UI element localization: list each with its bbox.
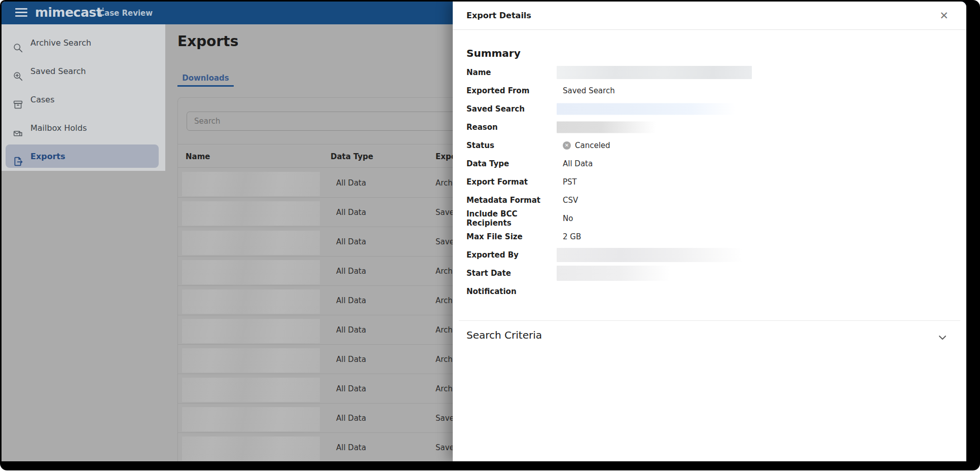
field-row-data-type: Data TypeAll Data xyxy=(466,155,956,173)
field-value: 2 GB xyxy=(563,232,581,241)
sidebar-item-label: Archive Search xyxy=(30,38,91,48)
field-label: Export Format xyxy=(466,177,560,187)
sidebar-item-exports[interactable]: Exports xyxy=(6,144,159,168)
search-input[interactable] xyxy=(187,112,470,131)
export-details-panel: Export Details ✕ Summary NameExported Fr… xyxy=(453,2,966,461)
field-label: Status xyxy=(466,141,560,150)
data-type-cell: All Data xyxy=(336,257,366,286)
field-label: Exported By xyxy=(466,250,560,260)
search-criteria-heading: Search Criteria xyxy=(466,329,542,341)
app-screen: mimecast' Case Review Archive SearchSave… xyxy=(2,2,966,461)
redacted-name-cell xyxy=(182,407,320,431)
redacted-name-cell xyxy=(182,348,320,373)
sidebar-item-mailbox-holds[interactable]: Mailbox Holds xyxy=(6,116,159,139)
data-type-cell: All Data xyxy=(336,227,366,257)
redacted-name-cell xyxy=(182,260,320,284)
field-label: Data Type xyxy=(466,159,560,168)
field-row-max-file-size: Max File Size2 GB xyxy=(466,228,956,246)
sidebar-item-saved-search[interactable]: Saved Search xyxy=(6,59,159,83)
active-tab-indicator xyxy=(177,85,234,87)
data-type-cell: All Data xyxy=(336,374,366,404)
field-label: Start Date xyxy=(466,269,560,278)
field-row-reason: Reason xyxy=(466,118,956,136)
data-type-cell: All Data xyxy=(336,198,366,227)
field-row-status: Status✕Canceled xyxy=(466,136,956,155)
redacted-name-cell xyxy=(182,378,320,402)
sidebar-item-label: Exports xyxy=(30,152,65,161)
mimecast-logo: mimecast' xyxy=(35,5,103,20)
summary-heading: Summary xyxy=(466,47,521,59)
summary-fields: NameExported FromSaved SearchSaved Searc… xyxy=(466,63,956,301)
panel-title: Export Details xyxy=(466,11,531,20)
field-value: PST xyxy=(563,177,577,187)
sidebar-item-label: Mailbox Holds xyxy=(30,123,87,133)
close-icon[interactable]: ✕ xyxy=(937,9,951,23)
field-value: No xyxy=(563,214,573,223)
hamburger-menu-icon[interactable] xyxy=(15,8,27,18)
field-label: Reason xyxy=(466,123,560,132)
window-frame: mimecast' Case Review Archive SearchSave… xyxy=(0,0,980,470)
field-label: Metadata Format xyxy=(466,196,560,205)
redacted-name-cell xyxy=(182,319,320,343)
column-header-name[interactable]: Name xyxy=(186,144,210,168)
field-row-notification: Notification xyxy=(466,282,956,301)
field-label: Max File Size xyxy=(466,232,560,241)
redacted-name-cell xyxy=(182,172,320,196)
data-type-cell: All Data xyxy=(336,286,366,315)
field-label: Include BCC Recipients xyxy=(466,209,560,228)
redacted-name-cell xyxy=(182,289,320,314)
data-type-cell: All Data xyxy=(336,168,366,198)
sidebar-item-label: Cases xyxy=(30,95,55,104)
field-value: CSV xyxy=(563,196,578,205)
field-value: All Data xyxy=(563,159,593,168)
field-label: Exported From xyxy=(466,86,560,95)
field-value: ✕Canceled xyxy=(563,141,610,150)
redacted-value-block xyxy=(557,266,670,281)
field-label: Saved Search xyxy=(466,104,560,114)
data-type-cell: All Data xyxy=(336,315,366,345)
field-row-export-format: Export FormatPST xyxy=(466,173,956,191)
panel-header: Export Details ✕ xyxy=(453,2,966,30)
field-row-name: Name xyxy=(466,63,956,82)
section-divider xyxy=(459,320,960,321)
field-row-exported-by: Exported By xyxy=(466,246,956,264)
redacted-value-block xyxy=(557,122,656,133)
status-canceled-icon: ✕ xyxy=(563,141,571,150)
data-type-cell: All Data xyxy=(336,345,366,374)
app-title: Case Review xyxy=(99,9,153,18)
redacted-name-cell xyxy=(182,201,320,226)
sidebar: Archive SearchSaved SearchCasesMailbox H… xyxy=(2,24,165,171)
field-label: Name xyxy=(466,68,560,77)
sidebar-item-cases[interactable]: Cases xyxy=(6,88,159,111)
field-row-exported-from: Exported FromSaved Search xyxy=(466,82,956,100)
data-type-cell: All Data xyxy=(336,404,366,433)
redacted-name-cell xyxy=(182,436,320,461)
field-value: Saved Search xyxy=(563,86,615,95)
redacted-value-block xyxy=(557,103,736,115)
page-title: Exports xyxy=(177,33,238,50)
field-row-saved-search: Saved Search xyxy=(466,100,956,118)
redacted-name-cell xyxy=(182,231,320,255)
redacted-value-block xyxy=(557,66,752,79)
sidebar-item-label: Saved Search xyxy=(30,66,86,76)
screenshot-canvas: mimecast' Case Review Archive SearchSave… xyxy=(0,0,980,475)
column-header-data-type[interactable]: Data Type xyxy=(331,144,373,168)
data-type-cell: All Data xyxy=(336,433,366,461)
redacted-value-block xyxy=(557,248,742,262)
field-row-metadata-format: Metadata FormatCSV xyxy=(466,191,956,209)
field-row-start-date: Start Date xyxy=(466,264,956,282)
field-label: Notification xyxy=(466,287,560,296)
sidebar-item-archive-search[interactable]: Archive Search xyxy=(6,31,159,54)
field-row-include-bcc-recipients: Include BCC RecipientsNo xyxy=(466,209,956,228)
chevron-down-icon[interactable] xyxy=(936,331,949,344)
